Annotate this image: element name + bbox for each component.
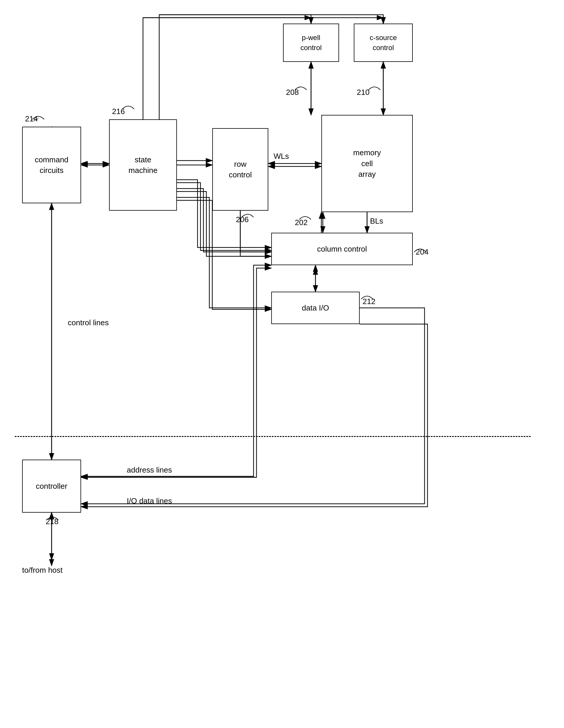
ref-212: 212 <box>363 297 375 306</box>
wls-label: WLs <box>273 152 289 161</box>
data-io-label: data I/O <box>302 303 329 313</box>
state-machine-box: statemachine <box>109 119 177 211</box>
bls-label: BLs <box>370 217 383 226</box>
controller-label: controller <box>36 481 67 491</box>
c-source-control-label: c-sourcecontrol <box>370 33 397 52</box>
ref-202: 202 <box>295 218 308 227</box>
ref-206: 206 <box>236 215 248 224</box>
memory-cell-array-box: memorycellarray <box>322 115 413 212</box>
ref-210: 210 <box>357 88 370 97</box>
column-control-label: column control <box>317 244 367 254</box>
ref-216: 216 <box>112 107 125 116</box>
dashed-separator <box>15 436 531 437</box>
state-machine-label: statemachine <box>128 154 157 176</box>
arrows-overlay <box>0 0 564 728</box>
to-from-host-label: to/from host <box>22 566 62 575</box>
diagram-arrows <box>0 0 564 728</box>
command-circuits-box: command circuits <box>22 127 81 203</box>
p-well-control-label: p-wellcontrol <box>301 33 322 52</box>
ref-204: 204 <box>416 247 428 257</box>
ref-218: 218 <box>46 517 58 526</box>
data-io-box: data I/O <box>271 292 360 324</box>
io-data-lines-label: I/O data lines <box>127 496 172 506</box>
controller-box: controller <box>22 460 81 513</box>
p-well-control-box: p-wellcontrol <box>283 24 339 62</box>
command-circuits-label: command circuits <box>23 154 80 176</box>
control-lines-label: control lines <box>68 318 109 327</box>
column-control-box: column control <box>271 233 413 265</box>
diagram: command circuits statemachine rowcontrol… <box>0 0 564 728</box>
ref-208: 208 <box>286 88 299 97</box>
c-source-control-box: c-sourcecontrol <box>354 24 413 62</box>
row-control-box: rowcontrol <box>212 128 268 211</box>
row-control-label: rowcontrol <box>229 159 252 180</box>
memory-cell-array-label: memorycellarray <box>353 147 381 179</box>
address-lines-label: address lines <box>127 465 172 475</box>
